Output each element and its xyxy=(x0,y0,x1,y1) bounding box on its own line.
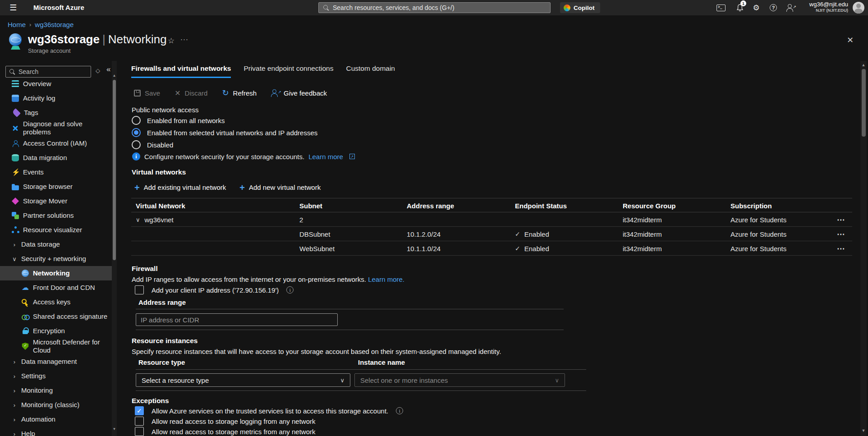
radio-icon[interactable] xyxy=(132,140,141,149)
sidebar-item-overview[interactable]: Overview xyxy=(0,77,112,91)
sidebar-item-tags[interactable]: Tags xyxy=(0,106,112,120)
cloud-shell-icon[interactable] xyxy=(714,2,728,13)
notifications-icon[interactable]: 1 xyxy=(733,2,747,13)
global-search-input[interactable] xyxy=(333,4,531,11)
expand-row-icon[interactable]: ∨ xyxy=(136,216,140,223)
resource-type-label: Storage account xyxy=(28,47,71,54)
feedback-icon[interactable]: ↗ xyxy=(784,2,797,13)
sidebar-item-access-keys[interactable]: Access keys xyxy=(0,295,112,309)
main-scroll-thumb[interactable] xyxy=(862,69,866,137)
breadcrumb-separator-icon: › xyxy=(29,21,31,28)
avatar[interactable] xyxy=(853,2,864,14)
row-more-icon[interactable]: ⋯ xyxy=(833,212,849,227)
sidebar-group-data-management[interactable]: ›Data management xyxy=(0,354,112,369)
give-feedback-button[interactable]: ↗Give feedback xyxy=(271,89,327,97)
close-blade-icon[interactable]: ✕ xyxy=(847,35,854,45)
radio-enabled-selected-networks[interactable]: Enabled from selected virtual networks a… xyxy=(132,127,317,138)
sidebar-item-shared-access-signature[interactable]: Shared access signature xyxy=(0,309,112,324)
menu-expand-icon[interactable]: ◇ xyxy=(96,67,100,74)
account-info[interactable]: wg36@njit.edu NJIT (NJIT.EDU) xyxy=(809,1,848,13)
ip-cidr-input[interactable] xyxy=(141,316,333,324)
sidebar-item-partner-solutions[interactable]: Partner solutions xyxy=(0,208,112,223)
scroll-up-icon[interactable]: ▲ xyxy=(860,63,867,67)
sidebar-group-monitoring[interactable]: ›Monitoring xyxy=(0,383,112,398)
radio-icon[interactable] xyxy=(132,116,141,125)
sidebar-item-storage-mover[interactable]: Storage Mover xyxy=(0,194,112,208)
sidebar-item-networking[interactable]: Networking xyxy=(0,266,112,280)
sidebar-group-help[interactable]: ›Help xyxy=(0,427,112,436)
row-more-icon[interactable]: ⋯ xyxy=(833,241,849,256)
address-range-input[interactable] xyxy=(136,313,338,326)
sidebar-item-defender[interactable]: Microsoft Defender for Cloud xyxy=(0,338,112,354)
menu-search-input[interactable] xyxy=(18,68,84,75)
breadcrumb-current[interactable]: wg36storage xyxy=(35,21,73,28)
breadcrumb-home[interactable]: Home xyxy=(8,21,26,28)
sidebar-group-security-networking[interactable]: ∨Security + networking xyxy=(0,252,112,266)
collapse-menu-icon[interactable]: « xyxy=(106,65,110,74)
storage-mover-icon xyxy=(12,197,19,205)
radio-enabled-all-networks[interactable]: Enabled from all networks xyxy=(132,115,225,126)
hamburger-menu-icon[interactable]: ☰ xyxy=(5,2,21,13)
refresh-button[interactable]: ↻Refresh xyxy=(222,89,257,97)
sidebar-item-diagnose[interactable]: Diagnose and solve problems xyxy=(0,120,112,136)
sidebar-item-encryption[interactable]: Encryption xyxy=(0,324,112,338)
allow-trusted-services-checkbox[interactable]: Allow Azure services on the trusted serv… xyxy=(135,405,403,416)
checkbox-icon[interactable] xyxy=(135,285,144,294)
settings-gear-icon[interactable]: ⚙ xyxy=(749,2,763,13)
save-button[interactable]: Save xyxy=(134,89,160,97)
add-existing-vnet-button[interactable]: +Add existing virtual network xyxy=(134,184,226,191)
user-directory: NJIT (NJIT.EDU) xyxy=(809,7,848,13)
checkbox-checked-icon[interactable] xyxy=(135,406,144,415)
sidebar-item-front-door[interactable]: ☁Front Door and CDN xyxy=(0,280,112,295)
sidebar-group-settings[interactable]: ›Settings xyxy=(0,369,112,383)
row-more-icon[interactable]: ⋯ xyxy=(833,227,849,241)
sidebar-scroll-thumb[interactable] xyxy=(113,80,116,260)
learn-more-link[interactable]: Learn more xyxy=(308,153,343,161)
resource-instances-description: Specify resource instances that will hav… xyxy=(132,348,501,355)
main-scrollbar[interactable]: ▲ ▼ xyxy=(860,61,867,436)
tab-private-endpoint-connections[interactable]: Private endpoint connections xyxy=(243,64,333,78)
sidebar-group-automation[interactable]: ›Automation xyxy=(0,412,112,427)
networking-globe-icon xyxy=(22,270,29,277)
add-client-ip-checkbox[interactable]: Add your client IP address ('72.90.156.1… xyxy=(135,285,294,295)
radio-selected-icon[interactable] xyxy=(132,128,141,137)
copilot-label: Copilot xyxy=(574,5,595,11)
tab-firewalls-virtual-networks[interactable]: Firewalls and virtual networks xyxy=(131,64,231,78)
sidebar-item-events[interactable]: ⚡Events xyxy=(0,165,112,179)
tag-icon xyxy=(12,108,21,117)
sidebar-item-data-migration[interactable]: Data migration xyxy=(0,151,112,165)
favorite-star-icon[interactable]: ☆ xyxy=(168,36,175,46)
scroll-down-icon[interactable]: ▼ xyxy=(112,427,117,431)
checkbox-icon[interactable] xyxy=(135,427,144,436)
resource-type-dropdown[interactable]: Select a resource type ∨ xyxy=(136,373,350,387)
checkbox-icon[interactable] xyxy=(135,417,144,426)
sidebar-scrollbar[interactable]: ▲ ▼ xyxy=(112,61,117,436)
sidebar-item-access-control[interactable]: Access Control (IAM) xyxy=(0,136,112,151)
chevron-down-icon: ∨ xyxy=(340,377,344,384)
azure-brand[interactable]: Microsoft Azure xyxy=(33,4,84,11)
allow-logging-checkbox[interactable]: Allow read access to storage logging fro… xyxy=(135,416,316,427)
add-new-vnet-button[interactable]: +Add new virtual network xyxy=(239,184,321,191)
firewall-learn-more-link[interactable]: Learn more. xyxy=(368,275,404,283)
radio-disabled[interactable]: Disabled xyxy=(132,139,173,150)
sidebar-item-resource-visualizer[interactable]: Resource visualizer xyxy=(0,223,112,237)
global-search[interactable] xyxy=(318,2,551,13)
discard-button[interactable]: ✕Discard xyxy=(175,89,207,97)
instance-name-dropdown[interactable]: Select one or more instances ∨ xyxy=(354,373,565,387)
exceptions-heading: Exceptions xyxy=(132,397,169,405)
sidebar-group-data-storage[interactable]: ›Data storage xyxy=(0,237,112,252)
scroll-down-icon[interactable]: ▼ xyxy=(860,428,867,433)
copilot-button[interactable]: Copilot xyxy=(560,2,600,13)
instance-name-label: Instance name xyxy=(358,358,405,366)
networking-blade: Firewalls and virtual networks Private e… xyxy=(131,61,852,436)
allow-metrics-checkbox[interactable]: Allow read access to storage metrics fro… xyxy=(135,426,315,436)
header-more-icon[interactable]: ··· xyxy=(180,35,188,43)
table-row-dbsubnet: DBSubnet 10.1.2.0/24 ✓Enabled it342midte… xyxy=(131,227,852,241)
scroll-up-icon[interactable]: ▲ xyxy=(112,73,117,78)
sidebar-item-activity-log[interactable]: Activity log xyxy=(0,91,112,106)
menu-search[interactable] xyxy=(5,66,91,78)
help-icon[interactable]: ? xyxy=(767,2,780,13)
tab-custom-domain[interactable]: Custom domain xyxy=(346,64,395,78)
sidebar-group-monitoring-classic[interactable]: ›Monitoring (classic) xyxy=(0,398,112,412)
sidebar-item-storage-browser[interactable]: Storage browser xyxy=(0,179,112,194)
